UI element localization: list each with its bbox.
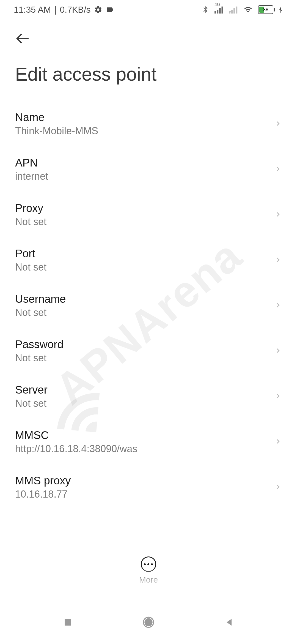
setting-value: Not set bbox=[15, 216, 274, 228]
setting-label: Username bbox=[15, 293, 274, 305]
svg-rect-7 bbox=[236, 7, 238, 13]
setting-label: Port bbox=[15, 247, 274, 260]
more-button[interactable]: More bbox=[139, 556, 158, 585]
chevron-right-icon bbox=[274, 438, 282, 446]
svg-rect-0 bbox=[215, 11, 216, 14]
svg-rect-5 bbox=[231, 10, 233, 13]
page-title: Edit access point bbox=[0, 52, 297, 101]
arrow-left-icon bbox=[15, 31, 31, 46]
setting-label: MMS proxy bbox=[15, 474, 274, 487]
navigation-bar bbox=[0, 600, 297, 644]
setting-label: Server bbox=[15, 384, 274, 396]
setting-label: APN bbox=[15, 157, 274, 169]
square-icon bbox=[63, 617, 73, 627]
setting-value: internet bbox=[15, 171, 274, 182]
setting-item-username[interactable]: Username Not set bbox=[0, 283, 297, 328]
chevron-right-icon bbox=[274, 347, 282, 356]
setting-value: Think-Mobile-MMS bbox=[15, 125, 274, 137]
setting-label: Password bbox=[15, 338, 274, 351]
triangle-left-icon bbox=[224, 617, 234, 627]
wifi-icon bbox=[243, 6, 253, 14]
chevron-right-icon bbox=[274, 483, 282, 492]
nav-recent-button[interactable] bbox=[60, 614, 76, 631]
setting-item-mmsproxy[interactable]: MMS proxy 10.16.18.77 bbox=[0, 465, 297, 510]
battery-icon: 38 bbox=[258, 5, 273, 14]
setting-label: MMSC bbox=[15, 429, 274, 441]
svg-rect-1 bbox=[217, 10, 219, 13]
setting-value: http://10.16.18.4:38090/was bbox=[15, 443, 274, 455]
camera-icon bbox=[106, 5, 114, 14]
signal-4g-icon: 4G bbox=[215, 6, 224, 14]
settings-list: Name Think-Mobile-MMS APN internet Proxy… bbox=[0, 101, 297, 510]
setting-label: Proxy bbox=[15, 202, 274, 214]
bluetooth-icon bbox=[202, 5, 210, 14]
status-separator: | bbox=[54, 5, 56, 15]
settings-gear-icon bbox=[94, 6, 102, 14]
svg-rect-6 bbox=[233, 8, 235, 13]
setting-item-password[interactable]: Password Not set bbox=[0, 328, 297, 374]
more-icon bbox=[141, 556, 156, 572]
nav-back-button[interactable] bbox=[221, 614, 237, 631]
header bbox=[0, 19, 297, 52]
setting-item-mmsc[interactable]: MMSC http://10.16.18.4:38090/was bbox=[0, 419, 297, 465]
chevron-right-icon bbox=[274, 211, 282, 219]
setting-item-proxy[interactable]: Proxy Not set bbox=[0, 192, 297, 238]
signal-nosim-icon bbox=[229, 6, 238, 14]
bottom-action-bar: More bbox=[0, 556, 297, 589]
setting-item-name[interactable]: Name Think-Mobile-MMS bbox=[0, 101, 297, 147]
nav-home-button[interactable] bbox=[140, 614, 157, 631]
setting-label: Name bbox=[15, 111, 274, 124]
svg-rect-3 bbox=[222, 7, 223, 13]
more-label: More bbox=[139, 575, 158, 585]
circle-icon bbox=[142, 616, 155, 628]
setting-item-port[interactable]: Port Not set bbox=[0, 238, 297, 283]
svg-rect-10 bbox=[65, 619, 71, 626]
chevron-right-icon bbox=[274, 392, 282, 401]
status-bar: 11:35 AM | 0.7KB/s 4G bbox=[0, 0, 297, 19]
setting-value: 10.16.18.77 bbox=[15, 489, 274, 500]
status-data-rate: 0.7KB/s bbox=[60, 5, 91, 15]
chevron-right-icon bbox=[274, 301, 282, 310]
setting-item-apn[interactable]: APN internet bbox=[0, 147, 297, 192]
chevron-right-icon bbox=[274, 120, 282, 129]
setting-value: Not set bbox=[15, 261, 274, 273]
chevron-right-icon bbox=[274, 256, 282, 265]
setting-value: Not set bbox=[15, 352, 274, 364]
status-time: 11:35 AM bbox=[14, 5, 51, 15]
chevron-right-icon bbox=[274, 165, 282, 174]
charging-icon bbox=[278, 6, 283, 14]
back-button[interactable] bbox=[15, 30, 32, 47]
setting-value: Not set bbox=[15, 307, 274, 318]
svg-point-12 bbox=[145, 619, 152, 626]
svg-rect-2 bbox=[219, 8, 221, 13]
setting-item-server[interactable]: Server Not set bbox=[0, 374, 297, 419]
setting-value: Not set bbox=[15, 398, 274, 409]
